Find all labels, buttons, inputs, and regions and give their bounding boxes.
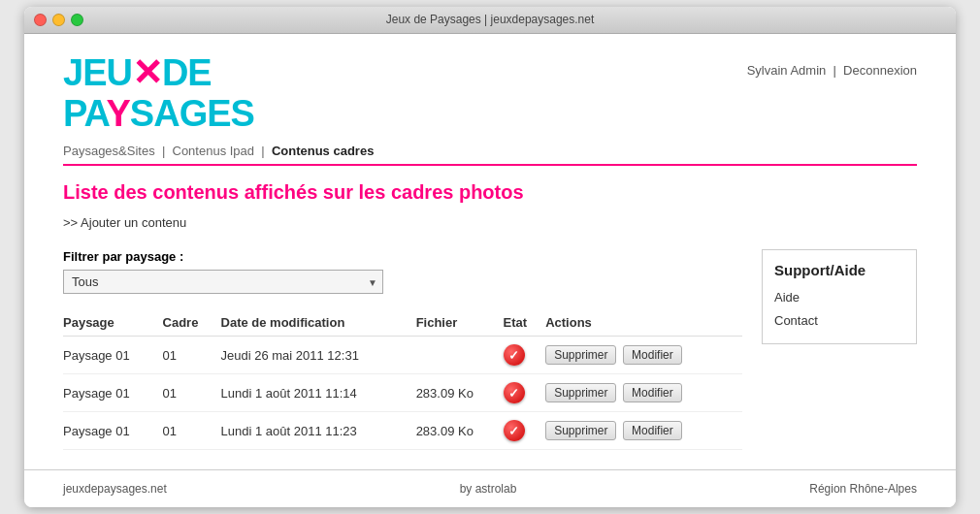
supprimer-button[interactable]: Supprimer <box>545 421 616 440</box>
supprimer-button[interactable]: Supprimer <box>545 383 616 402</box>
modifier-button[interactable]: Modifier <box>623 383 682 402</box>
modifier-button[interactable]: Modifier <box>623 345 682 365</box>
cell-actions: Supprimer Modifier <box>545 374 742 412</box>
nav-contenus-cadres: Contenus cadres <box>272 144 374 158</box>
col-header-date: Date de modification <box>221 309 416 337</box>
cell-paysage: Paysage 01 <box>63 374 163 412</box>
paysage-filter-select[interactable]: Tous <box>63 270 383 294</box>
cell-actions: Supprimer Modifier <box>545 337 742 374</box>
footer-left: jeuxdepaysages.net <box>63 482 167 496</box>
cell-fichier <box>416 337 504 374</box>
cell-fichier: 283.09 Ko <box>416 412 504 450</box>
cell-date: Jeudi 26 mai 2011 12:31 <box>221 337 416 374</box>
table-row: Paysage 01 01 Lundi 1 août 2011 11:23 28… <box>63 412 742 450</box>
footer: jeuxdepaysages.net by astrolab Région Rh… <box>24 469 956 507</box>
cell-date: Lundi 1 août 2011 11:14 <box>221 374 416 412</box>
cell-cadre: 01 <box>163 412 221 450</box>
cell-fichier: 283.09 Ko <box>416 374 504 412</box>
col-header-fichier: Fichier <box>416 309 504 337</box>
user-info: Sylvain Admin | Deconnexion <box>747 63 917 78</box>
col-header-paysage: Paysage <box>63 309 163 337</box>
username: Sylvain Admin <box>747 63 827 78</box>
etat-check-icon <box>504 344 525 366</box>
cell-cadre: 01 <box>163 374 221 412</box>
filter-label: Filtrer par paysage : <box>63 249 742 264</box>
sidebar-link-contact[interactable]: Contact <box>774 309 904 332</box>
col-header-actions: Actions <box>545 309 742 337</box>
titlebar: Jeux de Paysages | jeuxdepaysages.net <box>24 7 956 34</box>
add-content-link[interactable]: >> Ajouter un contenu <box>63 215 917 230</box>
footer-center: by astrolab <box>460 482 517 496</box>
cell-date: Lundi 1 août 2011 11:23 <box>221 412 416 450</box>
supprimer-button[interactable]: Supprimer <box>545 345 616 365</box>
col-header-cadre: Cadre <box>163 309 221 337</box>
cell-etat <box>504 412 546 450</box>
close-button[interactable] <box>34 14 47 26</box>
deconnexion-link[interactable]: Deconnexion <box>843 63 917 78</box>
cell-etat <box>504 337 546 374</box>
maximize-button[interactable] <box>71 14 83 26</box>
nav-paysages[interactable]: Paysages&Sites <box>63 144 155 158</box>
modifier-button[interactable]: Modifier <box>623 421 682 440</box>
cell-actions: Supprimer Modifier <box>545 412 742 450</box>
minimize-button[interactable] <box>52 14 65 26</box>
etat-check-icon <box>504 420 525 441</box>
cell-paysage: Paysage 01 <box>63 337 163 374</box>
footer-right: Région Rhône-Alpes <box>809 482 917 496</box>
sidebar-title: Support/Aide <box>774 262 904 278</box>
sidebar: Support/Aide Aide Contact <box>762 249 917 450</box>
cell-etat <box>504 374 546 412</box>
window-title: Jeux de Paysages | jeuxdepaysages.net <box>386 13 595 26</box>
cell-paysage: Paysage 01 <box>63 412 163 450</box>
logo: JEU✕DE PAYSAGES <box>63 53 254 135</box>
nav-contenus-ipad[interactable]: Contenus Ipad <box>173 144 255 158</box>
breadcrumb-nav: Paysages&Sites | Contenus Ipad | Contenu… <box>63 144 917 166</box>
table-row: Paysage 01 01 Jeudi 26 mai 2011 12:31 Su… <box>63 337 742 374</box>
content-table: Paysage Cadre Date de modification Fichi… <box>63 309 742 450</box>
etat-check-icon <box>504 382 525 403</box>
col-header-etat: Etat <box>504 309 546 337</box>
page-title: Liste des contenus affichés sur les cadr… <box>63 181 917 204</box>
cell-cadre: 01 <box>163 337 221 374</box>
table-row: Paysage 01 01 Lundi 1 août 2011 11:14 28… <box>63 374 742 412</box>
sidebar-link-aide[interactable]: Aide <box>774 286 904 308</box>
